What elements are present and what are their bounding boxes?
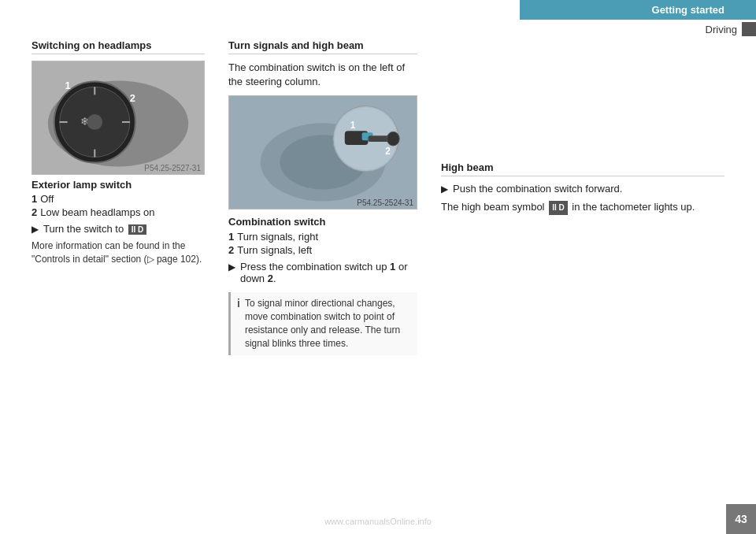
middle-intro: The combination switch is on the left of… <box>228 61 417 89</box>
middle-column: Turn signals and high beam The combinati… <box>228 39 417 502</box>
left-item-1-num: 1 <box>32 193 37 205</box>
svg-text:1: 1 <box>65 80 71 91</box>
driving-label: Driving <box>706 24 737 35</box>
right-bullet-text: Push the combination switch forward. <box>453 183 622 195</box>
dial-container: ❄ 1 2 P54.25-2527-31 <box>32 61 204 174</box>
left-image-caption: P54.25-2527-31 <box>144 164 201 172</box>
middle-bullet: ▶ Press the combination switch up 1 or d… <box>228 261 417 284</box>
page-number: 43 <box>726 504 756 534</box>
right-section-title: High beam <box>441 161 724 176</box>
bold-1: 1 <box>390 261 395 273</box>
switch-image: 1 2 P54.25-2524-31 <box>228 95 417 210</box>
svg-point-20 <box>387 132 399 146</box>
left-arrow-icon: ▶ <box>32 224 39 235</box>
driving-row: Driving <box>520 20 756 39</box>
middle-image-caption: P54.25-2524-31 <box>357 198 413 207</box>
driving-square-icon <box>742 22 756 36</box>
combo-label: Combination switch <box>228 216 417 228</box>
right-detail: The high beam symbol II D in the tachome… <box>441 199 724 216</box>
svg-point-9 <box>87 114 102 130</box>
svg-text:2: 2 <box>130 92 135 104</box>
watermark: www.carmanualsOnline.info <box>324 517 432 526</box>
left-item-2: 2 Low beam headlamps on <box>32 206 205 218</box>
right-spacer <box>441 39 724 161</box>
bold-2: 2 <box>268 273 273 284</box>
info-box: i To signal minor directional changes, m… <box>228 292 417 354</box>
middle-item-1-num: 1 <box>228 231 234 243</box>
middle-item-2-num: 2 <box>228 244 234 256</box>
header-bar: Getting started Driving <box>520 0 756 39</box>
left-section-title: Switching on headlamps <box>32 39 205 54</box>
right-button: II D <box>549 201 568 215</box>
left-more-info: More information can be found in the "Co… <box>32 239 205 266</box>
getting-started-label: Getting started <box>520 0 756 20</box>
middle-item-1-text: Turn signals, right <box>237 231 318 243</box>
left-item-2-text: Low beam headlamps on <box>40 206 154 218</box>
switch-container: 1 2 P54.25-2524-31 <box>229 96 417 209</box>
middle-item-2: 2 Turn signals, left <box>228 244 417 256</box>
middle-item-2-text: Turn signals, left <box>237 244 312 256</box>
right-arrow-icon: ▶ <box>441 184 448 195</box>
svg-text:1: 1 <box>350 121 356 132</box>
middle-arrow-icon: ▶ <box>228 261 235 273</box>
middle-bullet-text: Press the combination switch up 1 or dow… <box>240 261 417 284</box>
right-column: High beam ▶ Push the combination switch … <box>441 39 724 502</box>
svg-text:2: 2 <box>385 146 391 157</box>
middle-section-title: Turn signals and high beam <box>228 39 417 54</box>
headlamp-image: ❄ 1 2 P54.25-2527-31 <box>32 61 205 175</box>
left-item-1-text: Off <box>40 193 54 205</box>
switch-svg: 1 2 <box>229 95 417 210</box>
left-bullet: ▶ Turn the switch to II D <box>32 223 205 235</box>
middle-item-1: 1 Turn signals, right <box>228 231 417 243</box>
left-column: Switching on headlamps <box>32 39 205 502</box>
left-item-1: 1 Off <box>32 193 205 205</box>
left-button: II D <box>128 224 147 235</box>
main-content: Switching on headlamps <box>32 39 724 502</box>
left-item-2-num: 2 <box>32 206 37 218</box>
info-icon: i <box>237 297 240 350</box>
info-text: To signal minor directional changes, mov… <box>245 297 411 350</box>
headlamp-svg: ❄ 1 2 <box>32 61 204 175</box>
right-bullet: ▶ Push the combination switch forward. <box>441 183 724 195</box>
left-bullet-text: Turn the switch to II D <box>43 223 148 235</box>
exterior-label: Exterior lamp switch <box>32 179 205 191</box>
